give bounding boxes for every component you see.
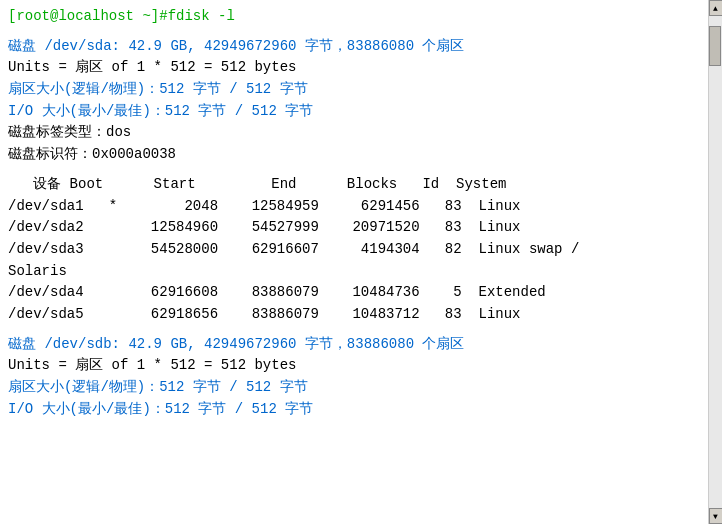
sda3-partition-cont: Solaris — [8, 261, 700, 283]
sda1-partition: /dev/sda1 * 2048 12584959 6291456 83 Lin… — [8, 196, 700, 218]
terminal-output: [root@localhost ~]#fdisk -l 磁盘 /dev/sda:… — [0, 0, 708, 524]
sda-disk-id: 磁盘标识符：0x000a0038 — [8, 144, 700, 166]
sda-disk-info-1: 磁盘 /dev/sda: 42.9 GB, 42949672960 字节，838… — [8, 36, 700, 58]
scrollbar-track[interactable] — [709, 16, 722, 508]
sdb-units: Units = 扇区 of 1 * 512 = 512 bytes — [8, 355, 700, 377]
sda-units: Units = 扇区 of 1 * 512 = 512 bytes — [8, 57, 700, 79]
sda5-partition: /dev/sda5 62918656 83886079 10483712 83 … — [8, 304, 700, 326]
sdb-disk-info-1: 磁盘 /dev/sdb: 42.9 GB, 42949672960 字节，838… — [8, 334, 700, 356]
scrollbar[interactable]: ▲ ▼ — [708, 0, 722, 524]
sda-io-size: I/O 大小(最小/最佳)：512 字节 / 512 字节 — [8, 101, 700, 123]
sda2-partition: /dev/sda2 12584960 54527999 20971520 83 … — [8, 217, 700, 239]
command-prompt: [root@localhost ~]#fdisk -l — [8, 6, 700, 28]
scroll-up-button[interactable]: ▲ — [709, 0, 723, 16]
sda4-partition: /dev/sda4 62916608 83886079 10484736 5 E… — [8, 282, 700, 304]
sda-sector-size: 扇区大小(逻辑/物理)：512 字节 / 512 字节 — [8, 79, 700, 101]
sda-label-type: 磁盘标签类型：dos — [8, 122, 700, 144]
partition-table-header: 设备 Boot Start End Blocks Id System — [8, 174, 700, 196]
sda3-partition: /dev/sda3 54528000 62916607 4194304 82 L… — [8, 239, 700, 261]
scroll-down-button[interactable]: ▼ — [709, 508, 723, 524]
scrollbar-thumb[interactable] — [709, 26, 721, 66]
sdb-sector-size: 扇区大小(逻辑/物理)：512 字节 / 512 字节 — [8, 377, 700, 399]
sdb-io-size: I/O 大小(最小/最佳)：512 字节 / 512 字节 — [8, 399, 700, 421]
